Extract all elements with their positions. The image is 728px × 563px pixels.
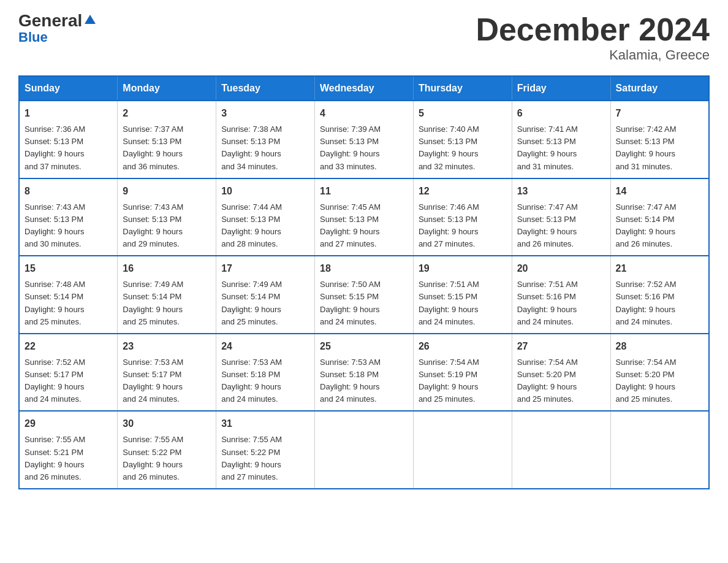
logo-blue-text: Blue	[18, 29, 48, 45]
calendar-cell: 2Sunrise: 7:37 AMSunset: 5:13 PMDaylight…	[118, 101, 216, 178]
day-number: 20	[517, 261, 605, 276]
calendar-day-header: Friday	[512, 76, 610, 101]
calendar-cell: 14Sunrise: 7:47 AMSunset: 5:14 PMDayligh…	[610, 178, 709, 256]
calendar-header-row: SundayMondayTuesdayWednesdayThursdayFrid…	[19, 76, 709, 101]
day-info: Sunrise: 7:36 AMSunset: 5:13 PMDaylight:…	[25, 123, 112, 173]
calendar-week-row: 29Sunrise: 7:55 AMSunset: 5:21 PMDayligh…	[19, 411, 709, 489]
calendar-cell: 26Sunrise: 7:54 AMSunset: 5:19 PMDayligh…	[413, 334, 512, 412]
day-info: Sunrise: 7:43 AMSunset: 5:13 PMDaylight:…	[123, 201, 211, 251]
calendar-table: SundayMondayTuesdayWednesdayThursdayFrid…	[18, 75, 710, 489]
calendar-cell: 20Sunrise: 7:51 AMSunset: 5:16 PMDayligh…	[512, 256, 610, 334]
day-info: Sunrise: 7:55 AMSunset: 5:22 PMDaylight:…	[221, 434, 309, 483]
day-number: 26	[419, 339, 507, 354]
logo: General Blue	[18, 12, 97, 45]
calendar-week-row: 1Sunrise: 7:36 AMSunset: 5:13 PMDaylight…	[19, 101, 709, 178]
calendar-cell: 5Sunrise: 7:40 AMSunset: 5:13 PMDaylight…	[413, 101, 512, 178]
day-info: Sunrise: 7:40 AMSunset: 5:13 PMDaylight:…	[419, 123, 507, 173]
day-number: 19	[419, 261, 507, 276]
calendar-cell	[610, 411, 709, 489]
day-info: Sunrise: 7:55 AMSunset: 5:22 PMDaylight:…	[123, 434, 211, 483]
day-number: 10	[221, 184, 309, 199]
page-title: December 2024	[476, 12, 710, 47]
day-number: 24	[221, 339, 309, 354]
day-number: 31	[221, 416, 309, 431]
calendar-day-header: Monday	[118, 76, 216, 101]
calendar-cell: 21Sunrise: 7:52 AMSunset: 5:16 PMDayligh…	[610, 256, 709, 334]
day-number: 14	[616, 184, 703, 199]
calendar-cell: 23Sunrise: 7:53 AMSunset: 5:17 PMDayligh…	[118, 334, 216, 412]
page-subtitle: Kalamia, Greece	[476, 47, 710, 63]
calendar-cell: 7Sunrise: 7:42 AMSunset: 5:13 PMDaylight…	[610, 101, 709, 178]
calendar-week-row: 8Sunrise: 7:43 AMSunset: 5:13 PMDaylight…	[19, 178, 709, 256]
day-info: Sunrise: 7:54 AMSunset: 5:20 PMDaylight:…	[616, 356, 703, 406]
day-info: Sunrise: 7:41 AMSunset: 5:13 PMDaylight:…	[517, 123, 605, 173]
day-number: 22	[25, 339, 112, 354]
calendar-cell: 25Sunrise: 7:53 AMSunset: 5:18 PMDayligh…	[315, 334, 414, 412]
day-info: Sunrise: 7:45 AMSunset: 5:13 PMDaylight:…	[320, 201, 408, 251]
calendar-cell: 31Sunrise: 7:55 AMSunset: 5:22 PMDayligh…	[216, 411, 315, 489]
day-info: Sunrise: 7:44 AMSunset: 5:13 PMDaylight:…	[221, 201, 309, 251]
day-info: Sunrise: 7:38 AMSunset: 5:13 PMDaylight:…	[221, 123, 309, 173]
calendar-cell: 1Sunrise: 7:36 AMSunset: 5:13 PMDaylight…	[19, 101, 118, 178]
day-number: 3	[221, 106, 309, 121]
day-number: 25	[320, 339, 408, 354]
day-info: Sunrise: 7:53 AMSunset: 5:18 PMDaylight:…	[221, 356, 309, 406]
day-info: Sunrise: 7:50 AMSunset: 5:15 PMDaylight:…	[320, 278, 408, 328]
day-info: Sunrise: 7:48 AMSunset: 5:14 PMDaylight:…	[25, 278, 112, 328]
calendar-day-header: Thursday	[413, 76, 512, 101]
day-number: 2	[123, 106, 211, 121]
calendar-cell: 28Sunrise: 7:54 AMSunset: 5:20 PMDayligh…	[610, 334, 709, 412]
day-number: 16	[123, 261, 211, 276]
day-info: Sunrise: 7:43 AMSunset: 5:13 PMDaylight:…	[25, 201, 112, 251]
calendar-cell: 30Sunrise: 7:55 AMSunset: 5:22 PMDayligh…	[118, 411, 216, 489]
day-info: Sunrise: 7:37 AMSunset: 5:13 PMDaylight:…	[123, 123, 211, 173]
logo-name: General	[18, 12, 82, 29]
day-number: 6	[517, 106, 605, 121]
day-number: 21	[616, 261, 703, 276]
day-info: Sunrise: 7:46 AMSunset: 5:13 PMDaylight:…	[419, 201, 507, 251]
calendar-cell: 10Sunrise: 7:44 AMSunset: 5:13 PMDayligh…	[216, 178, 315, 256]
calendar-cell: 3Sunrise: 7:38 AMSunset: 5:13 PMDaylight…	[216, 101, 315, 178]
calendar-cell: 16Sunrise: 7:49 AMSunset: 5:14 PMDayligh…	[118, 256, 216, 334]
day-info: Sunrise: 7:39 AMSunset: 5:13 PMDaylight:…	[320, 123, 408, 173]
day-number: 11	[320, 184, 408, 199]
day-info: Sunrise: 7:47 AMSunset: 5:14 PMDaylight:…	[616, 201, 703, 251]
calendar-cell: 15Sunrise: 7:48 AMSunset: 5:14 PMDayligh…	[19, 256, 118, 334]
day-info: Sunrise: 7:52 AMSunset: 5:17 PMDaylight:…	[25, 356, 112, 406]
svg-marker-0	[85, 15, 96, 24]
calendar-week-row: 15Sunrise: 7:48 AMSunset: 5:14 PMDayligh…	[19, 256, 709, 334]
calendar-cell: 27Sunrise: 7:54 AMSunset: 5:20 PMDayligh…	[512, 334, 610, 412]
calendar-cell: 9Sunrise: 7:43 AMSunset: 5:13 PMDaylight…	[118, 178, 216, 256]
day-info: Sunrise: 7:51 AMSunset: 5:15 PMDaylight:…	[419, 278, 507, 328]
calendar-day-header: Sunday	[19, 76, 118, 101]
calendar-cell: 8Sunrise: 7:43 AMSunset: 5:13 PMDaylight…	[19, 178, 118, 256]
page-header: General Blue December 2024 Kalamia, Gree…	[18, 12, 710, 63]
day-number: 5	[419, 106, 507, 121]
calendar-cell: 29Sunrise: 7:55 AMSunset: 5:21 PMDayligh…	[19, 411, 118, 489]
day-number: 7	[616, 106, 703, 121]
day-number: 30	[123, 416, 211, 431]
calendar-cell: 13Sunrise: 7:47 AMSunset: 5:13 PMDayligh…	[512, 178, 610, 256]
calendar-day-header: Tuesday	[216, 76, 315, 101]
day-info: Sunrise: 7:51 AMSunset: 5:16 PMDaylight:…	[517, 278, 605, 328]
day-number: 27	[517, 339, 605, 354]
day-number: 9	[123, 184, 211, 199]
day-info: Sunrise: 7:54 AMSunset: 5:20 PMDaylight:…	[517, 356, 605, 406]
title-block: December 2024 Kalamia, Greece	[476, 12, 710, 63]
calendar-cell: 17Sunrise: 7:49 AMSunset: 5:14 PMDayligh…	[216, 256, 315, 334]
calendar-week-row: 22Sunrise: 7:52 AMSunset: 5:17 PMDayligh…	[19, 334, 709, 412]
day-info: Sunrise: 7:47 AMSunset: 5:13 PMDaylight:…	[517, 201, 605, 251]
day-number: 12	[419, 184, 507, 199]
day-info: Sunrise: 7:54 AMSunset: 5:19 PMDaylight:…	[419, 356, 507, 406]
calendar-day-header: Wednesday	[315, 76, 414, 101]
day-number: 13	[517, 184, 605, 199]
day-number: 18	[320, 261, 408, 276]
calendar-day-header: Saturday	[610, 76, 709, 101]
calendar-cell: 6Sunrise: 7:41 AMSunset: 5:13 PMDaylight…	[512, 101, 610, 178]
calendar-cell: 4Sunrise: 7:39 AMSunset: 5:13 PMDaylight…	[315, 101, 414, 178]
day-number: 1	[25, 106, 112, 121]
calendar-cell: 24Sunrise: 7:53 AMSunset: 5:18 PMDayligh…	[216, 334, 315, 412]
day-number: 29	[25, 416, 112, 431]
day-info: Sunrise: 7:52 AMSunset: 5:16 PMDaylight:…	[616, 278, 703, 328]
day-number: 28	[616, 339, 703, 354]
